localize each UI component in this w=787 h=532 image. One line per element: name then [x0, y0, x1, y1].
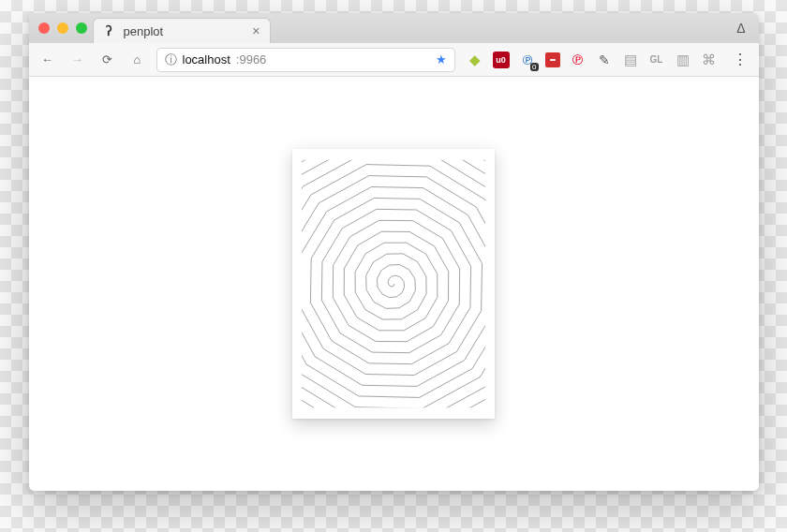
pinterest-icon[interactable]: ℗ — [570, 52, 587, 68]
tab-close-button[interactable]: × — [252, 24, 260, 37]
extensions-tray: ◆ u0 ℗ 0 ••• ℗ ✎ ▤ GL ▥ ⌘ — [463, 52, 721, 68]
window-close-button[interactable] — [38, 22, 50, 34]
readlater-icon[interactable]: ▥ — [675, 52, 691, 68]
profile-indicator-icon[interactable]: Δ — [736, 21, 745, 36]
eyedropper-icon[interactable]: ✎ — [596, 52, 613, 68]
site-info-icon[interactable]: ⓘ — [165, 52, 177, 68]
tab-title: penplot — [124, 24, 245, 38]
window-minimize-button[interactable] — [57, 22, 68, 34]
nav-home-button[interactable]: ⌂ — [126, 49, 149, 71]
tab-favicon: ʔ — [103, 24, 116, 37]
nav-reload-button[interactable]: ⟳ — [97, 49, 119, 71]
privacy-badge: 0 — [530, 63, 538, 71]
privacy-icon[interactable]: ℗ 0 — [519, 52, 536, 68]
reader-icon[interactable]: ▤ — [622, 52, 639, 68]
url-host: localhost — [183, 52, 230, 66]
browser-toolbar: ← → ⟳ ⌂ ⓘ localhost:9966 ★ ◆ u0 ℗ 0 ••• … — [29, 43, 759, 77]
browser-window: ʔ penplot × Δ ← → ⟳ ⌂ ⓘ localhost:9966 ★… — [29, 13, 759, 491]
window-zoom-button[interactable] — [76, 22, 87, 34]
ublock-icon[interactable]: u0 — [493, 52, 510, 68]
nav-back-button[interactable]: ← — [37, 49, 59, 71]
plot-canvas — [292, 149, 495, 419]
page-viewport — [29, 77, 759, 491]
screenshot-icon[interactable]: ⌘ — [701, 52, 718, 68]
tab-strip: ʔ penplot × Δ — [29, 13, 759, 43]
browser-menu-button[interactable]: ⋮ — [729, 49, 751, 71]
spiral-plot-svg — [302, 158, 485, 409]
gl-icon[interactable]: GL — [648, 52, 665, 68]
bookmark-star-icon[interactable]: ★ — [436, 52, 447, 66]
android-icon[interactable]: ◆ — [467, 52, 483, 68]
url-port: :9966 — [236, 52, 267, 66]
lastpass-icon[interactable]: ••• — [545, 52, 560, 67]
browser-tab[interactable]: ʔ penplot × — [93, 18, 271, 43]
nav-forward-button[interactable]: → — [67, 49, 89, 71]
traffic-lights — [38, 22, 87, 34]
address-bar[interactable]: ⓘ localhost:9966 ★ — [156, 48, 455, 72]
